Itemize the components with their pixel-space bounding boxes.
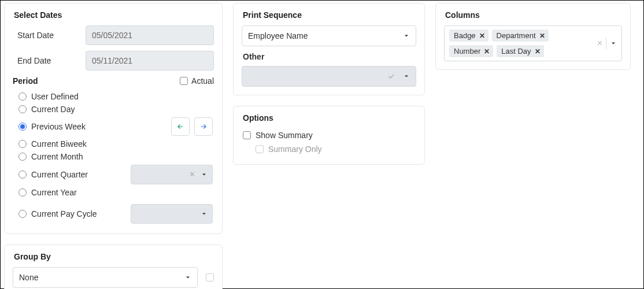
period-radio-current-day[interactable] [18, 105, 27, 113]
show-summary-label: Show Summary [256, 131, 313, 140]
chip-label: Number [454, 47, 480, 55]
group-by-title: Group By [14, 252, 214, 261]
print-sequence-value: Employee Name [248, 31, 308, 40]
options-title: Options [243, 113, 416, 123]
chevron-down-icon [403, 32, 410, 39]
period-radio-current-year[interactable] [18, 188, 27, 197]
period-label-current-month: Current Month [31, 152, 83, 161]
chip-remove-icon[interactable]: ✕ [484, 47, 490, 55]
print-sequence-title: Print Sequence [243, 10, 416, 20]
period-label-current-year: Current Year [31, 188, 77, 197]
column-chip: Department ✕ [492, 29, 549, 42]
period-label-current-pay-cycle: Current Pay Cycle [31, 209, 97, 218]
column-chip: Badge ✕ [449, 29, 488, 42]
arrow-left-icon [176, 123, 184, 131]
period-radio-list: User Defined Current Day Previous Week [13, 90, 214, 225]
select-dates-title: Select Dates [14, 10, 214, 20]
period-radio-current-biweek[interactable] [18, 140, 27, 148]
period-label-current-quarter: Current Quarter [31, 170, 88, 179]
period-prev-button[interactable] [171, 117, 190, 136]
chip-label: Badge [454, 31, 476, 40]
panel-group-by: Group By None None [4, 244, 223, 289]
period-label-current-biweek: Current Biweek [31, 139, 87, 149]
start-date-label: Start Date [13, 31, 75, 40]
actual-checkbox[interactable] [180, 77, 188, 85]
chip-remove-icon[interactable]: ✕ [539, 32, 545, 40]
chip-remove-icon[interactable]: ✕ [479, 32, 485, 40]
chip-label: Last Day [501, 47, 531, 55]
end-date-row: End Date [13, 51, 214, 71]
quarter-clear-icon[interactable]: × [190, 169, 195, 180]
chevron-down-icon [184, 274, 191, 281]
chevron-down-icon [201, 171, 208, 178]
column-chip: Number ✕ [449, 45, 493, 57]
start-date-input[interactable] [86, 25, 214, 45]
period-label-current-day: Current Day [31, 105, 75, 114]
columns-clear-all[interactable]: × [597, 38, 602, 49]
group-by-primary-value: None [19, 273, 38, 282]
chip-remove-icon[interactable]: ✕ [535, 47, 541, 55]
chevron-down-icon [201, 210, 208, 217]
columns-multiselect[interactable]: Badge ✕ Department ✕ Number ✕ Last Day [444, 25, 622, 61]
start-date-row: Start Date [13, 25, 214, 45]
period-radio-current-quarter[interactable] [18, 171, 27, 179]
period-radio-current-month[interactable] [18, 153, 27, 161]
chip-label: Department [497, 31, 536, 40]
columns-chips: Badge ✕ Department ✕ Number ✕ Last Day [449, 29, 593, 57]
chevron-down-icon [610, 40, 617, 47]
quarter-select[interactable]: × [131, 165, 213, 184]
summary-only-label: Summary Only [268, 144, 322, 154]
period-radio-user-defined[interactable] [18, 92, 27, 101]
print-sequence-select[interactable]: Employee Name [242, 25, 416, 46]
period-radio-previous-week[interactable] [18, 123, 27, 131]
columns-title: Columns [445, 10, 622, 20]
pay-cycle-select[interactable] [131, 204, 213, 224]
period-next-button[interactable] [194, 117, 213, 136]
panel-select-dates-period: Select Dates Start Date End Date Period … [4, 3, 223, 234]
actual-label: Actual [191, 76, 214, 86]
end-date-label: End Date [13, 56, 75, 65]
arrow-right-icon [199, 123, 208, 131]
show-summary-checkbox[interactable] [243, 131, 251, 139]
chevron-down-icon [403, 73, 410, 80]
separator [606, 38, 606, 49]
panel-options: Options Show Summary Summary Only [233, 106, 425, 165]
panel-print-sequence: Print Sequence Employee Name Other [233, 3, 425, 95]
check-icon [387, 72, 396, 81]
end-date-input[interactable] [86, 51, 214, 71]
period-title: Period [13, 76, 38, 86]
period-label-previous-week: Previous Week [31, 122, 86, 131]
group-by-primary-check[interactable] [206, 273, 214, 281]
period-radio-current-pay-cycle[interactable] [18, 210, 27, 218]
other-select[interactable] [242, 66, 416, 87]
summary-only-checkbox [256, 145, 264, 153]
other-title: Other [243, 52, 416, 61]
period-label-user-defined: User Defined [31, 92, 79, 101]
panel-columns: Columns Badge ✕ Department ✕ Number [435, 3, 631, 70]
group-by-primary-select[interactable]: None [13, 267, 198, 288]
column-chip: Last Day ✕ [497, 45, 543, 57]
